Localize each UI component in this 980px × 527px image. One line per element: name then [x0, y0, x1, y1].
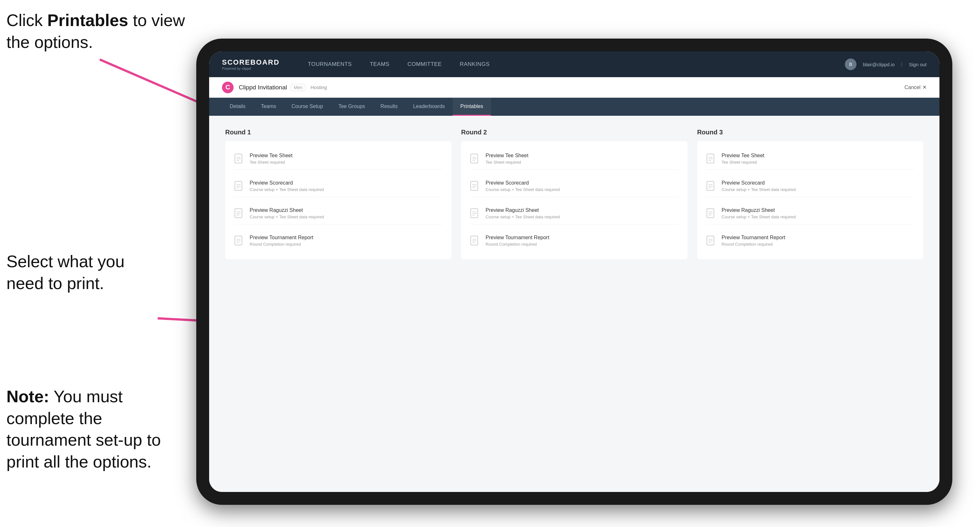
round-1-column: Round 1 Preview Tee Sheet Tee S [225, 129, 452, 259]
round1-raguzzi-title: Preview Raguzzi Sheet [250, 207, 324, 213]
round1-tournament-report[interactable]: Preview Tournament Report Round Completi… [234, 231, 442, 251]
svg-rect-32 [471, 236, 478, 245]
round3-tee-sheet-sub: Tee Sheet required [722, 160, 764, 165]
round3-scorecard-title: Preview Scorecard [722, 180, 796, 186]
round2-raguzzi-title: Preview Raguzzi Sheet [485, 207, 560, 213]
round2-tee-sheet-text: Preview Tee Sheet Tee Sheet required [485, 153, 528, 165]
round1-tee-sheet[interactable]: Preview Tee Sheet Tee Sheet required [234, 149, 442, 170]
document-icon-5 [470, 153, 480, 166]
round3-report-sub: Round Completion required [722, 242, 785, 247]
document-icon-2 [234, 181, 245, 193]
document-icon-11 [706, 208, 716, 220]
tournament-bar: C Clippd Invitational Men Hosting Cancel… [209, 77, 939, 98]
tab-course-setup[interactable]: Course Setup [284, 98, 331, 116]
round-2-card: Preview Tee Sheet Tee Sheet required [461, 141, 687, 259]
svg-rect-44 [707, 209, 714, 217]
nav-item-tournaments[interactable]: TOURNAMENTS [299, 51, 361, 77]
tab-teams[interactable]: Teams [253, 98, 284, 116]
top-nav-items: TOURNAMENTS TEAMS COMMITTEE RANKINGS [299, 51, 845, 77]
round2-report-sub: Round Completion required [485, 242, 549, 247]
tournament-name: Clippd Invitational [239, 84, 287, 91]
round2-scorecard-text: Preview Scorecard Course setup + Tee She… [485, 180, 560, 192]
svg-rect-48 [707, 236, 714, 245]
instruction-middle-text2: need to print. [6, 274, 104, 293]
round2-raguzzi-sub: Course setup + Tee Sheet data required [485, 214, 560, 219]
document-icon-4 [234, 235, 245, 248]
sub-navigation: Details Teams Course Setup Tee Groups Re… [209, 98, 939, 116]
svg-rect-40 [707, 181, 714, 190]
instruction-top-text: Click Printables to view the options. [6, 11, 185, 51]
round1-scorecard-sub: Course setup + Tee Sheet data required [250, 187, 324, 192]
round3-scorecard-text: Preview Scorecard Course setup + Tee She… [722, 180, 796, 192]
document-icon-10 [706, 181, 716, 193]
round-3-card: Preview Tee Sheet Tee Sheet required [697, 141, 923, 259]
tab-details[interactable]: Details [222, 98, 253, 116]
round1-tee-sheet-sub: Tee Sheet required [250, 160, 293, 165]
round2-scorecard-sub: Course setup + Tee Sheet data required [485, 187, 560, 192]
printables-bold: Printables [47, 11, 128, 30]
round3-raguzzi-title: Preview Raguzzi Sheet [722, 207, 796, 213]
document-icon-3 [234, 208, 245, 220]
note-bold: Note: [6, 387, 49, 406]
round3-scorecard[interactable]: Preview Scorecard Course setup + Tee She… [706, 176, 914, 197]
instruction-top: Click Printables to view the options. [6, 10, 193, 53]
nav-item-committee[interactable]: COMMITTEE [398, 51, 451, 77]
round-2-column: Round 2 Preview Tee Sheet Tee S [461, 129, 687, 259]
round2-report-title: Preview Tournament Report [485, 235, 549, 241]
instruction-middle-text: Select what you [6, 252, 124, 271]
separator: | [901, 62, 902, 67]
tournament-badge: Men [291, 84, 305, 91]
round2-tee-sheet-sub: Tee Sheet required [485, 160, 528, 165]
instruction-middle: Select what you need to print. [6, 251, 124, 294]
svg-rect-36 [707, 154, 714, 163]
round3-raguzzi-sub: Course setup + Tee Sheet data required [722, 214, 796, 219]
round-2-title: Round 2 [461, 129, 687, 136]
svg-rect-4 [235, 154, 242, 163]
tablet-screen: SCOREBOARD Powered by clippd TOURNAMENTS… [209, 51, 939, 492]
round3-tee-sheet[interactable]: Preview Tee Sheet Tee Sheet required [706, 149, 914, 170]
tab-results[interactable]: Results [373, 98, 406, 116]
round2-tee-sheet-title: Preview Tee Sheet [485, 153, 528, 159]
nav-item-rankings[interactable]: RANKINGS [451, 51, 499, 77]
round3-tournament-report[interactable]: Preview Tournament Report Round Completi… [706, 231, 914, 251]
round1-scorecard[interactable]: Preview Scorecard Course setup + Tee She… [234, 176, 442, 197]
svg-rect-24 [471, 181, 478, 190]
svg-rect-16 [235, 236, 242, 245]
round2-report-text: Preview Tournament Report Round Completi… [485, 235, 549, 247]
round1-tee-sheet-text: Preview Tee Sheet Tee Sheet required [250, 153, 293, 165]
round-1-title: Round 1 [225, 129, 452, 136]
round2-tee-sheet[interactable]: Preview Tee Sheet Tee Sheet required [470, 149, 678, 170]
tab-leaderboards[interactable]: Leaderboards [406, 98, 453, 116]
nav-item-teams[interactable]: TEAMS [361, 51, 398, 77]
tab-tee-groups[interactable]: Tee Groups [331, 98, 373, 116]
cancel-button[interactable]: Cancel ✕ [904, 84, 927, 90]
user-email: blair@clippd.io [863, 62, 895, 67]
document-icon [234, 153, 245, 166]
svg-rect-12 [235, 209, 242, 217]
document-icon-8 [470, 235, 480, 248]
tournament-status: Hosting [310, 84, 327, 90]
round3-raguzzi-text: Preview Raguzzi Sheet Course setup + Tee… [722, 207, 796, 219]
round-1-card: Preview Tee Sheet Tee Sheet required [225, 141, 452, 259]
top-nav-right: B blair@clippd.io | Sign out [845, 59, 927, 70]
round1-raguzzi-sub: Course setup + Tee Sheet data required [250, 214, 324, 219]
round2-scorecard[interactable]: Preview Scorecard Course setup + Tee She… [470, 176, 678, 197]
logo-title: SCOREBOARD [222, 58, 280, 67]
sign-out-link[interactable]: Sign out [909, 62, 927, 67]
round1-raguzzi-text: Preview Raguzzi Sheet Course setup + Tee… [250, 207, 324, 219]
round2-raguzzi[interactable]: Preview Raguzzi Sheet Course setup + Tee… [470, 203, 678, 224]
round-3-column: Round 3 Preview Tee Sheet Tee S [697, 129, 923, 259]
round3-scorecard-sub: Course setup + Tee Sheet data required [722, 187, 796, 192]
instruction-bottom: Note: You must complete the tournament s… [6, 386, 187, 473]
round1-scorecard-title: Preview Scorecard [250, 180, 324, 186]
round1-raguzzi[interactable]: Preview Raguzzi Sheet Course setup + Tee… [234, 203, 442, 224]
round1-tee-sheet-title: Preview Tee Sheet [250, 153, 293, 159]
document-icon-9 [706, 153, 716, 166]
round3-raguzzi[interactable]: Preview Raguzzi Sheet Course setup + Tee… [706, 203, 914, 224]
round2-tournament-report[interactable]: Preview Tournament Report Round Completi… [470, 231, 678, 251]
tab-printables[interactable]: Printables [453, 98, 491, 116]
round3-tee-sheet-title: Preview Tee Sheet [722, 153, 764, 159]
top-navigation: SCOREBOARD Powered by clippd TOURNAMENTS… [209, 51, 939, 77]
cancel-x-icon: ✕ [923, 84, 927, 90]
document-icon-12 [706, 235, 716, 248]
